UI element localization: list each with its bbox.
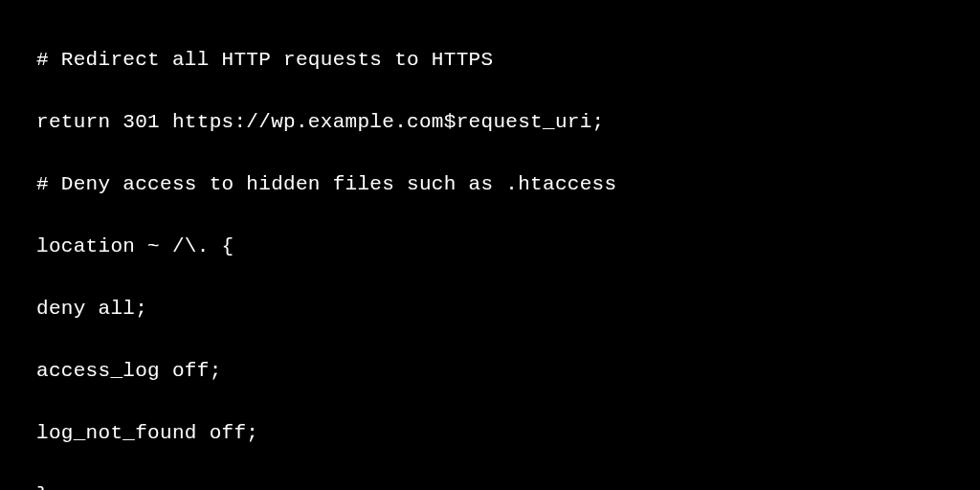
code-line: # Deny access to hidden files such as .h… [36,169,980,201]
code-line: # Redirect all HTTP requests to HTTPS [36,45,980,77]
code-line: deny all; [36,294,980,325]
code-line: access_log off; [36,356,980,388]
code-line: } [36,480,980,490]
nginx-config-code-block: # Redirect all HTTP requests to HTTPS re… [36,13,980,490]
code-line: location ~ /\. { [36,232,980,263]
code-line: return 301 https://wp.example.com$reques… [36,107,980,139]
code-line: log_not_found off; [36,418,980,450]
